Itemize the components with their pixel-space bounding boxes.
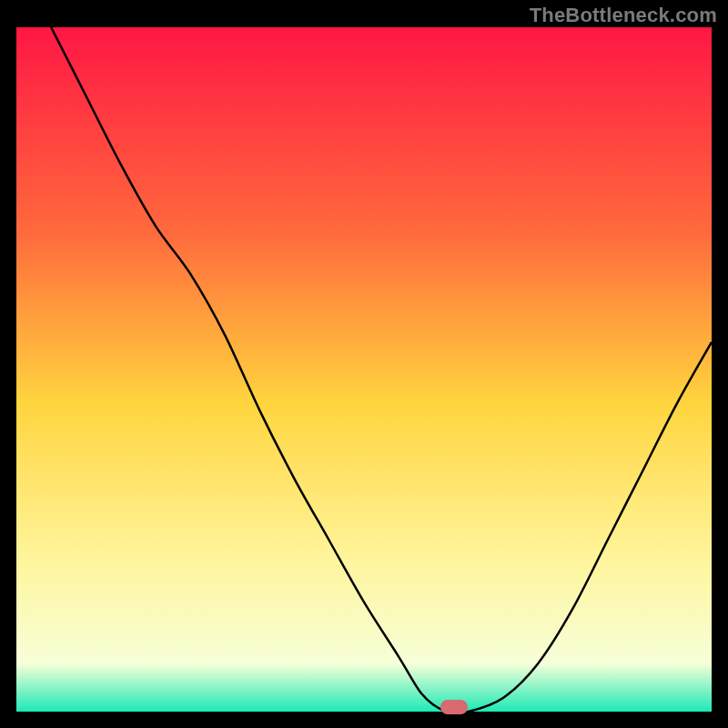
optimum-marker [440, 700, 468, 714]
background-rect [16, 27, 712, 712]
chart-frame: TheBottleneck.com [0, 0, 728, 728]
plot-area [16, 27, 712, 712]
chart-svg [16, 27, 712, 712]
watermark-text: TheBottleneck.com [530, 4, 717, 27]
